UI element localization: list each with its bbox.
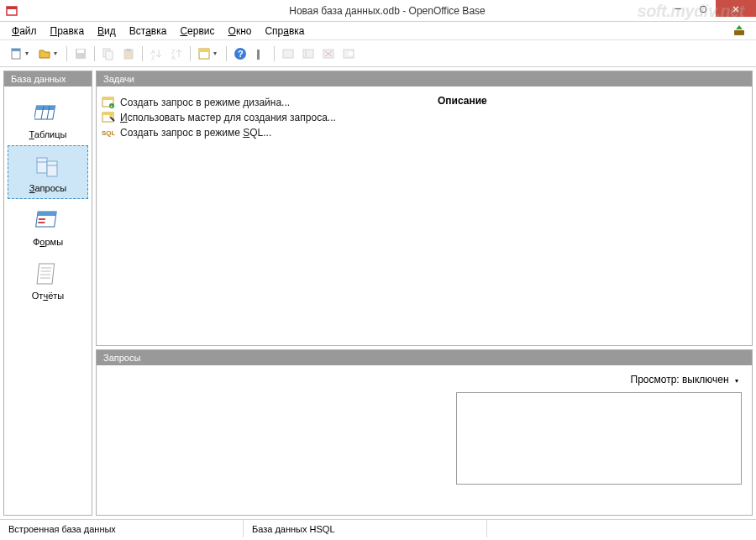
svg-text:?: ? xyxy=(238,49,244,59)
table-rename-button xyxy=(339,45,358,63)
svg-rect-44 xyxy=(102,97,113,100)
wizard-icon xyxy=(102,111,115,124)
separator xyxy=(274,46,275,61)
svg-text:A: A xyxy=(171,55,176,60)
task-label: Создать запрос в режиме SQL... xyxy=(120,127,271,139)
svg-rect-27 xyxy=(36,106,55,110)
sort-desc-button: ZA xyxy=(167,45,186,63)
new-button[interactable] xyxy=(7,45,25,63)
forms-icon xyxy=(34,207,61,233)
svg-text:+: + xyxy=(110,103,113,108)
copy-button xyxy=(99,45,118,63)
preview-toggle[interactable]: Просмотр: выключен ▾ xyxy=(107,372,742,387)
new-dropdown[interactable]: ▾ xyxy=(25,50,32,57)
svg-rect-48 xyxy=(102,113,113,115)
svg-rect-10 xyxy=(126,49,131,51)
tasks-body: + Создать запрос в режиме дизайна... Исп… xyxy=(97,87,752,345)
main-area: База данных Таблицы Запросы Формы xyxy=(0,67,756,519)
form-button[interactable] xyxy=(195,45,213,63)
status-empty xyxy=(487,520,756,537)
queries-panel: Запросы Просмотр: выключен ▾ xyxy=(96,349,753,516)
status-embedded: Встроенная база данных xyxy=(0,520,244,537)
right-column: Задачи + Создать запрос в режиме дизайна… xyxy=(96,71,753,516)
svg-rect-31 xyxy=(47,161,57,176)
svg-rect-4 xyxy=(12,49,20,51)
svg-rect-20 xyxy=(283,50,293,58)
separator xyxy=(226,46,227,61)
queries-icon xyxy=(34,153,61,180)
tasks-header: Задачи xyxy=(97,71,752,87)
sidebar-item-forms[interactable]: Формы xyxy=(8,199,88,253)
menubar: Файл Правка Вид Вставка Сервис Окно Спра… xyxy=(0,22,756,40)
svg-rect-37 xyxy=(38,222,45,223)
chevron-down-icon: ▾ xyxy=(735,377,738,385)
sidebar-header: База данных xyxy=(4,71,92,87)
svg-rect-36 xyxy=(39,218,45,220)
menu-window[interactable]: Окно xyxy=(223,24,257,39)
task-create-sql[interactable]: SQL Создать запрос в режиме SQL... xyxy=(102,125,428,140)
task-label: Создать запрос в режиме дизайна... xyxy=(120,97,290,108)
separator xyxy=(94,46,95,61)
separator xyxy=(142,46,143,61)
sidebar-item-label: Запросы xyxy=(29,183,66,193)
svg-rect-30 xyxy=(37,158,47,173)
save-button xyxy=(71,45,90,63)
minimize-button[interactable]: — xyxy=(665,0,690,17)
menu-view[interactable]: Вид xyxy=(92,24,121,39)
table-new-button xyxy=(279,45,297,63)
svg-text:Z: Z xyxy=(151,55,155,60)
task-use-wizard[interactable]: Использовать мастер для создания запроса… xyxy=(102,110,428,125)
statusbar: Встроенная база данных База данных HSQL xyxy=(0,519,756,537)
open-button[interactable] xyxy=(35,45,54,63)
sidebar-item-reports[interactable]: Отчёты xyxy=(8,253,88,307)
svg-rect-38 xyxy=(37,264,55,284)
form-dropdown[interactable]: ▾ xyxy=(213,50,220,57)
svg-rect-6 xyxy=(77,50,84,53)
sidebar-item-label: Таблицы xyxy=(29,129,67,139)
preview-area xyxy=(456,392,742,485)
paste-button xyxy=(119,45,138,63)
whatsthis-button[interactable] xyxy=(251,45,270,63)
svg-text:A: A xyxy=(151,49,155,55)
sidebar-item-tables[interactable]: Таблицы xyxy=(8,92,88,145)
reports-icon xyxy=(34,260,61,287)
sort-asc-button: AZ xyxy=(147,45,165,63)
table-delete-button xyxy=(319,45,338,63)
svg-rect-19 xyxy=(257,50,260,60)
task-create-design[interactable]: + Создать запрос в режиме дизайна... xyxy=(102,95,428,110)
sidebar-item-queries[interactable]: Запросы xyxy=(8,145,88,199)
menu-insert[interactable]: Вставка xyxy=(124,24,172,39)
sidebar-items: Таблицы Запросы Формы Отчёты xyxy=(4,87,92,515)
help-button[interactable]: ? xyxy=(231,45,249,63)
task-list: + Создать запрос в режиме дизайна... Исп… xyxy=(97,87,433,345)
app-icon xyxy=(5,4,18,18)
status-engine: База данных HSQL xyxy=(244,520,487,537)
svg-text:SQL: SQL xyxy=(102,129,115,137)
titlebar: Новая база данных.odb - OpenOffice Base … xyxy=(0,0,756,22)
sidebar-item-label: Отчёты xyxy=(32,291,64,301)
svg-rect-1 xyxy=(7,7,17,9)
design-icon: + xyxy=(102,96,115,109)
menu-file[interactable]: Файл xyxy=(7,24,42,39)
open-dropdown[interactable]: ▾ xyxy=(54,50,60,57)
close-button[interactable]: ✕ xyxy=(716,0,756,17)
menu-help[interactable]: Справка xyxy=(260,24,309,39)
database-sidebar: База данных Таблицы Запросы Формы xyxy=(3,71,92,516)
description-column: Описание xyxy=(433,87,752,345)
preview-label: Просмотр: выключен xyxy=(631,374,729,385)
toolbar: ▾ ▾ AZ ZA ▾ ? xyxy=(0,40,756,67)
svg-rect-21 xyxy=(303,50,313,58)
svg-rect-8 xyxy=(106,51,113,60)
sql-icon: SQL xyxy=(102,126,115,139)
tables-icon xyxy=(34,99,61,126)
task-label: Использовать мастер для создания запроса… xyxy=(120,112,336,123)
menu-tools[interactable]: Сервис xyxy=(175,24,219,39)
description-label: Описание xyxy=(438,95,747,107)
svg-rect-25 xyxy=(349,52,353,55)
table-edit-button xyxy=(299,45,318,63)
maximize-button[interactable]: ▢ xyxy=(690,0,716,17)
tasks-panel: Задачи + Создать запрос в режиме дизайна… xyxy=(96,71,753,346)
queries-body: Просмотр: выключен ▾ xyxy=(97,365,752,515)
toolbar-update-icon[interactable] xyxy=(732,24,746,37)
menu-edit[interactable]: Правка xyxy=(45,24,90,39)
